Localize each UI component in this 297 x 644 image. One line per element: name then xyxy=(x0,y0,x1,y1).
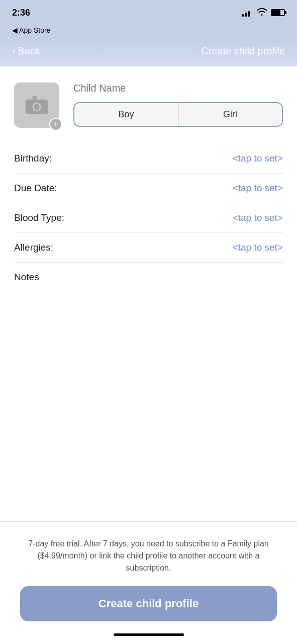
back-label: Back xyxy=(18,45,40,57)
form-row-value[interactable]: <tap to set> xyxy=(233,242,283,253)
profile-section: + Boy Girl xyxy=(14,83,283,128)
form-row-label: Birthday: xyxy=(14,153,52,164)
form-row-label: Blood Type: xyxy=(14,212,64,223)
create-profile-button[interactable]: Create child profile xyxy=(20,586,277,621)
camera-icon xyxy=(25,95,49,115)
gender-toggle: Boy Girl xyxy=(73,102,283,127)
form-row-value[interactable]: <tap to set> xyxy=(233,212,283,223)
add-photo-badge[interactable]: + xyxy=(49,118,62,131)
form-row-value[interactable]: <tap to set> xyxy=(233,153,283,164)
notes-label: Notes xyxy=(14,272,39,282)
form-row: Birthday:<tap to set> xyxy=(14,144,283,174)
nav-title: Create child profile xyxy=(201,45,285,57)
back-chevron-icon: ‹ xyxy=(12,44,16,57)
page-wrapper: 2:36 ◀ App Store xyxy=(0,0,297,644)
form-row-label: Allergies: xyxy=(14,242,53,253)
trial-text: 7-day free trial. After 7 days, you need… xyxy=(0,522,297,586)
form-row-value[interactable]: <tap to set> xyxy=(233,183,283,194)
bottom-section: 7-day free trial. After 7 days, you need… xyxy=(0,521,297,644)
form-row-label: Due Date: xyxy=(14,183,57,194)
app-store-bar: ◀ App Store xyxy=(0,25,297,38)
signal-bars-icon xyxy=(242,9,253,17)
nav-header: ‹ Back Create child profile xyxy=(0,38,297,66)
status-bar: 2:36 xyxy=(0,0,297,25)
photo-container[interactable]: + xyxy=(14,83,59,128)
gender-girl-button[interactable]: Girl xyxy=(178,103,282,126)
form-row: Due Date:<tap to set> xyxy=(14,174,283,203)
status-icons xyxy=(242,8,285,18)
status-time: 2:36 xyxy=(12,8,30,18)
form-row: Allergies:<tap to set> xyxy=(14,233,283,263)
home-indicator xyxy=(114,633,184,636)
battery-icon xyxy=(271,9,285,16)
svg-rect-3 xyxy=(32,96,37,100)
child-name-input[interactable] xyxy=(73,83,283,94)
svg-point-2 xyxy=(34,104,40,110)
wifi-icon xyxy=(257,8,267,18)
form-row: Blood Type:<tap to set> xyxy=(14,203,283,233)
main-content: + Boy Girl Birthday:<tap to set>Due Date… xyxy=(0,66,297,292)
back-button[interactable]: ‹ Back xyxy=(12,44,40,57)
form-rows: Birthday:<tap to set>Due Date:<tap to se… xyxy=(14,144,283,263)
notes-row: Notes xyxy=(14,263,283,292)
profile-right: Boy Girl xyxy=(73,83,283,127)
app-store-label: ◀ App Store xyxy=(12,26,50,34)
gender-boy-button[interactable]: Boy xyxy=(74,103,178,126)
